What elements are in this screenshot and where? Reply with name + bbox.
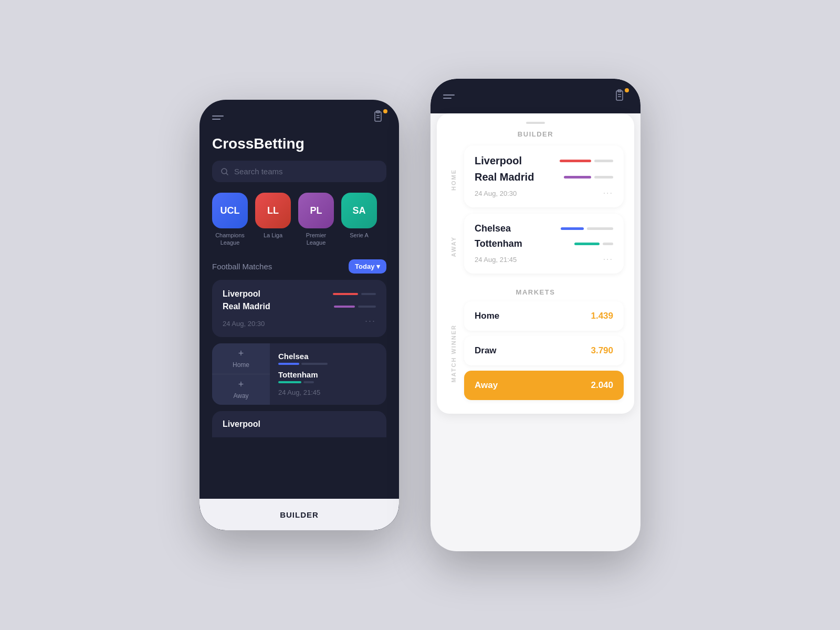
hamburger-icon[interactable] bbox=[212, 116, 224, 120]
away-action-label: Away bbox=[233, 392, 248, 400]
bar-gray4 bbox=[603, 243, 613, 245]
away-label: AWAY bbox=[450, 236, 457, 257]
market-draw-odds: 3.790 bbox=[591, 345, 613, 356]
clipboard-icon[interactable] bbox=[372, 110, 386, 125]
builder-team-liverpool: Liverpool bbox=[475, 155, 522, 167]
builder-panel: BUILDER HOME Liverpool Real Madrid bbox=[437, 113, 634, 414]
realmadrid-bars bbox=[334, 306, 376, 308]
match1-dots[interactable]: ··· bbox=[365, 316, 376, 327]
chelsea-gray bbox=[301, 363, 328, 365]
team-chelsea: Chelsea bbox=[278, 352, 378, 361]
league-badge-pl: PL bbox=[298, 193, 334, 228]
match-card-liverpool: Liverpool Real Madrid 24 Aug, 20:30 ··· bbox=[212, 280, 386, 337]
section-title: Football Matches bbox=[212, 262, 272, 271]
right-header bbox=[430, 79, 640, 113]
right-hamburger-icon[interactable] bbox=[443, 94, 455, 99]
bottom-bar-dark[interactable]: BUILDER bbox=[200, 499, 399, 530]
away-action-btn[interactable]: + Away bbox=[212, 374, 270, 405]
bar-gray2 bbox=[594, 176, 613, 178]
league-badge-sa: SA bbox=[341, 193, 377, 228]
league-sa[interactable]: SA Serie A bbox=[341, 193, 377, 247]
league-name-ll: La Liga bbox=[264, 232, 282, 239]
search-icon bbox=[220, 167, 229, 176]
home-label: HOME bbox=[450, 169, 457, 191]
notification-dot bbox=[383, 109, 387, 113]
leagues-scroll: UCL ChampionsLeague LL La Liga PL Premie… bbox=[200, 193, 399, 247]
builder-match1-section: HOME Liverpool Real Madrid bbox=[447, 145, 624, 214]
market-away-name: Away bbox=[475, 380, 498, 391]
bottom-builder-label: BUILDER bbox=[280, 510, 319, 519]
market-home-odds: 1.439 bbox=[591, 311, 613, 321]
match1-time: 24 Aug, 20:30 bbox=[223, 320, 265, 328]
bar-teal bbox=[574, 243, 600, 245]
builder-match1: Liverpool Real Madrid bbox=[464, 145, 624, 207]
team-tottenham: Tottenham bbox=[278, 370, 378, 379]
builder-match2-meta: 24 Aug, 21:45 ··· bbox=[475, 255, 613, 264]
tottenham-bars bbox=[278, 381, 378, 383]
match-actions: + Home + Away bbox=[212, 343, 270, 405]
match-card-chelsea: + Home + Away Chelsea Tottenham 24 Aug, … bbox=[212, 343, 386, 405]
bar-gray bbox=[594, 160, 613, 162]
match1-footer: 24 Aug, 20:30 ··· bbox=[223, 314, 376, 328]
league-name-ucl: ChampionsLeague bbox=[215, 232, 245, 247]
markets-list: Home 1.439 Draw 3.790 Away 2.040 bbox=[464, 301, 624, 405]
bar-blue bbox=[561, 227, 584, 230]
market-row-away[interactable]: Away 2.040 bbox=[464, 371, 624, 400]
builder-title: BUILDER bbox=[447, 130, 624, 138]
builder-match2: Chelsea Tottenham 24 bbox=[464, 214, 624, 274]
league-badge-ll: LL bbox=[255, 193, 291, 228]
builder-match1-dots[interactable]: ··· bbox=[603, 188, 613, 198]
bar-purple bbox=[564, 176, 591, 178]
match2-time-dark: 24 Aug, 21:45 bbox=[278, 388, 378, 396]
markets-section: MATCH WINNER Home 1.439 Draw 3.790 Away … bbox=[447, 301, 624, 405]
match-winner-label: MATCH WINNER bbox=[450, 324, 457, 383]
builder-team-realmadrid: Real Madrid bbox=[475, 171, 534, 183]
builder-match1-time: 24 Aug, 20:30 bbox=[475, 190, 517, 197]
chelsea-bar bbox=[278, 363, 299, 365]
partial-team: Liverpool bbox=[223, 419, 376, 429]
builder-match2-dots[interactable]: ··· bbox=[603, 255, 613, 264]
bar-gray3 bbox=[587, 227, 613, 230]
builder-realmadrid-row: Real Madrid bbox=[475, 171, 613, 183]
builder-match2-time: 24 Aug, 21:45 bbox=[475, 256, 517, 264]
home-action-btn[interactable]: + Home bbox=[212, 343, 270, 374]
market-home-name: Home bbox=[475, 311, 499, 321]
right-clipboard-icon[interactable] bbox=[613, 89, 628, 104]
tottenham-gray bbox=[303, 381, 314, 383]
markets-label: MARKETS bbox=[447, 288, 624, 296]
search-bar[interactable]: Search teams bbox=[212, 161, 386, 182]
right-phone: BUILDER HOME Liverpool Real Madrid bbox=[430, 79, 640, 551]
builder-realmadrid-bars bbox=[564, 176, 613, 178]
builder-tottenham-bars bbox=[574, 243, 613, 245]
builder-liverpool-bars bbox=[560, 160, 613, 162]
league-pl[interactable]: PL PremierLeague bbox=[298, 193, 334, 247]
builder-chelsea-row: Chelsea bbox=[475, 223, 613, 234]
drag-handle bbox=[526, 122, 545, 124]
liverpool-bars bbox=[333, 293, 376, 295]
market-row-draw[interactable]: Draw 3.790 bbox=[464, 336, 624, 365]
builder-match1-meta: 24 Aug, 20:30 ··· bbox=[475, 188, 613, 198]
today-button[interactable]: Today ▾ bbox=[349, 259, 386, 274]
builder-tottenham-row: Tottenham bbox=[475, 238, 613, 249]
team-realmadrid: Real Madrid bbox=[223, 302, 270, 311]
search-placeholder: Search teams bbox=[234, 167, 283, 176]
away-plus-icon: + bbox=[238, 379, 244, 390]
home-action-label: Home bbox=[233, 361, 249, 369]
league-ll[interactable]: LL La Liga bbox=[255, 193, 291, 247]
league-ucl[interactable]: UCL ChampionsLeague bbox=[212, 193, 248, 247]
home-plus-icon: + bbox=[238, 348, 244, 359]
app-title: CrossBetting bbox=[200, 131, 399, 161]
market-row-home[interactable]: Home 1.439 bbox=[464, 301, 624, 331]
match-card-partial: Liverpool bbox=[212, 411, 386, 437]
builder-team-tottenham: Tottenham bbox=[475, 238, 522, 249]
team-liverpool: Liverpool bbox=[223, 289, 260, 299]
realmadrid-progress bbox=[334, 306, 355, 308]
left-header bbox=[200, 100, 399, 131]
liverpool-progress bbox=[333, 293, 358, 295]
realmadrid-gray bbox=[358, 306, 376, 308]
bar-red bbox=[560, 160, 591, 162]
market-away-odds: 2.040 bbox=[591, 380, 613, 391]
market-draw-name: Draw bbox=[475, 345, 497, 356]
chelsea-match-info: Chelsea Tottenham 24 Aug, 21:45 bbox=[270, 343, 386, 405]
league-name-sa: Serie A bbox=[350, 232, 368, 239]
